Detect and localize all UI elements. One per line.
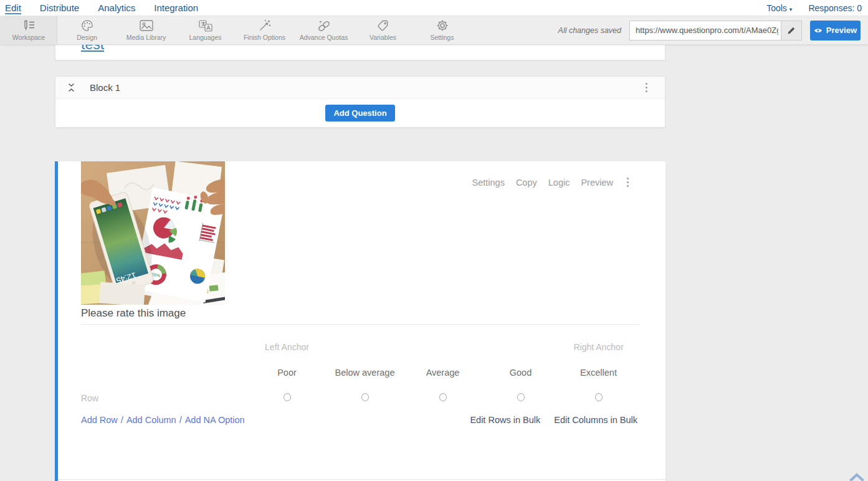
toolbar-item-media-library[interactable]: Media Library	[117, 16, 176, 44]
link-separator: /	[121, 415, 123, 425]
question-divider	[81, 324, 640, 325]
gear-icon	[436, 19, 449, 32]
save-status: All changes saved	[558, 26, 621, 35]
rating-radio[interactable]	[595, 393, 603, 401]
toolbar-item-languages[interactable]: Languages	[176, 16, 235, 44]
bulk-links-group: Edit Rows in Bulk Edit Columns in Bulk	[470, 415, 637, 425]
editor-toolbar: Workspace Design Media Library	[0, 16, 868, 45]
toolbar-item-label: Finish Options	[244, 34, 285, 41]
block-title: Block 1	[90, 82, 120, 93]
collapse-icon	[68, 83, 75, 92]
eye-icon	[814, 27, 823, 34]
nav-tab-analytics[interactable]: Analytics	[98, 2, 135, 14]
column-header[interactable]: Poor	[277, 368, 297, 378]
tag-icon	[377, 19, 389, 32]
primary-nav: Edit Distribute Analytics Integration	[5, 2, 198, 14]
scale-header-row: Poor Below average Average Good Excellen…	[81, 366, 665, 379]
edit-rows-bulk-link[interactable]: Edit Rows in Bulk	[470, 415, 540, 425]
toolbar-item-label: Settings	[431, 34, 454, 41]
question-preview-link[interactable]: Preview	[581, 178, 613, 188]
toolbar-item-label: Advance Quotas	[300, 34, 348, 41]
row-label-field[interactable]: Row	[81, 393, 98, 403]
nav-tab-distribute[interactable]: Distribute	[40, 2, 79, 14]
anchor-row: Left Anchor Right Anchor	[81, 341, 665, 353]
rating-row: Row	[81, 392, 665, 404]
palette-icon	[81, 19, 93, 32]
wand-icon	[259, 19, 271, 32]
add-links-group: Add Row/Add Column/Add NA Option	[81, 415, 245, 425]
scroll-top-button[interactable]	[849, 473, 865, 481]
toolbar-item-label: Media Library	[126, 34, 166, 41]
preview-label: Preview	[826, 26, 857, 35]
nav-tab-edit[interactable]: Edit	[5, 2, 21, 14]
question-card: Settings Copy Logic Preview	[55, 161, 665, 481]
pencil-icon	[787, 26, 796, 35]
rating-radio[interactable]	[284, 393, 291, 401]
question-copy-link[interactable]: Copy	[516, 178, 537, 188]
add-question-row: Add Question	[55, 99, 665, 127]
right-anchor-field[interactable]: Right Anchor	[573, 342, 623, 352]
toolbar-item-label: Variables	[370, 34, 396, 41]
question-text[interactable]: Please rate this image	[81, 307, 186, 320]
block-header: Block 1	[55, 77, 665, 99]
matrix-links-row: Add Row/Add Column/Add NA Option Edit Ro…	[81, 415, 637, 425]
column-header[interactable]: Excellent	[580, 368, 617, 378]
toolbar-item-label: Design	[77, 34, 97, 41]
top-navbar: Edit Distribute Analytics Integration To…	[0, 0, 868, 16]
survey-url-input[interactable]	[630, 21, 781, 40]
question-logic-link[interactable]: Logic	[548, 178, 570, 188]
nav-utility: Tools▾ Responses: 0	[766, 3, 862, 13]
chevron-up-icon	[849, 473, 865, 481]
add-question-button[interactable]: Add Question	[325, 105, 394, 121]
image-icon	[140, 19, 153, 32]
column-header[interactable]: Below average	[335, 368, 395, 378]
column-header[interactable]: Average	[426, 368, 460, 378]
toolbar-item-workspace[interactable]: Workspace	[0, 16, 57, 44]
preview-button[interactable]: Preview	[810, 21, 861, 40]
add-row-link[interactable]: Add Row	[81, 415, 118, 425]
block-card: Block 1 Add Question	[55, 76, 665, 128]
left-anchor-field[interactable]: Left Anchor	[265, 342, 309, 352]
tools-label: Tools	[766, 3, 787, 13]
toolbar-item-settings[interactable]: Settings	[413, 16, 472, 44]
toolbar-right-group: All changes saved Preview	[558, 16, 868, 44]
survey-url-box	[629, 21, 802, 40]
rating-radio[interactable]	[439, 393, 447, 401]
question-image[interactable]: 55%	[81, 161, 225, 305]
collapse-block-button[interactable]	[68, 83, 75, 92]
editor-canvas: test Block 1 Add Question Settings Copy	[0, 45, 868, 481]
survey-title[interactable]: test	[81, 45, 104, 53]
block-menu-button[interactable]	[643, 80, 650, 95]
toolbar-item-design[interactable]: Design	[57, 16, 117, 44]
rating-radio[interactable]	[361, 393, 369, 401]
add-na-option-link[interactable]: Add NA Option	[185, 415, 245, 425]
toolbar-item-advance-quotas[interactable]: Advance Quotas	[294, 16, 353, 44]
survey-title-card: test	[55, 45, 665, 60]
toolbar-item-label: Workspace	[12, 34, 45, 41]
edit-columns-bulk-link[interactable]: Edit Columns in Bulk	[554, 415, 637, 425]
workspace-icon	[22, 19, 36, 32]
translate-icon	[199, 19, 212, 32]
rating-radio[interactable]	[517, 393, 525, 401]
edit-url-button[interactable]	[781, 21, 801, 40]
chain-icon	[317, 19, 331, 32]
toolbar-item-label: Languages	[189, 34, 222, 41]
toolbar-item-finish-options[interactable]: Finish Options	[235, 16, 294, 44]
responses-count[interactable]: Responses: 0	[808, 3, 862, 13]
question-menu-button[interactable]	[624, 175, 631, 189]
column-header[interactable]: Good	[510, 368, 532, 378]
question-settings-link[interactable]: Settings	[472, 178, 504, 188]
toolbar-item-variables[interactable]: Variables	[353, 16, 413, 44]
link-separator: /	[179, 415, 182, 425]
nav-tab-integration[interactable]: Integration	[154, 2, 198, 14]
caret-down-icon: ▾	[789, 6, 793, 12]
tools-menu[interactable]: Tools▾	[766, 3, 792, 13]
add-column-link[interactable]: Add Column	[126, 415, 176, 425]
question-actions: Settings Copy Logic Preview	[472, 175, 631, 189]
